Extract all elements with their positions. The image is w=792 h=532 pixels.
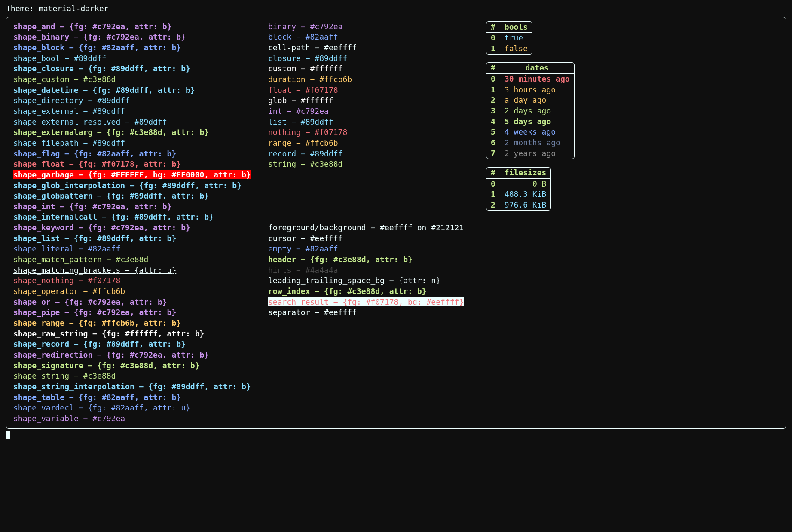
color-entry: shape_flag − {fg: #82aaff, attr: b} — [13, 149, 254, 159]
table-cell: a day ago — [500, 95, 574, 106]
color-entry: foreground/background − #eeffff on #2121… — [268, 223, 472, 233]
color-entry: shape_nothing − #f07178 — [13, 275, 254, 286]
table-cell: 5 days ago — [500, 116, 574, 127]
color-entry: block − #82aaff — [268, 32, 472, 43]
color-entry: cursor − #eeffff — [268, 233, 472, 244]
table-cell: 976.6 KiB — [500, 200, 550, 211]
color-entry: shape_or − {fg: #c792ea, attr: b} — [13, 297, 254, 308]
color-entry: shape_external_resolved − #89ddff — [13, 117, 254, 128]
color-entry: float − #f07178 — [268, 85, 472, 96]
color-entry: shape_operator − #ffcb6b — [13, 286, 254, 297]
color-entry: empty − #82aaff — [268, 244, 472, 254]
color-entry: closure − #89ddff — [268, 53, 472, 64]
color-entry: glob − #ffffff — [268, 95, 472, 106]
color-entry: shape_externalarg − {fg: #c3e88d, attr: … — [13, 127, 254, 138]
theme-name: material-darker — [39, 4, 109, 13]
color-entry: binary − #c792ea — [268, 21, 472, 32]
theme-header: Theme: material-darker — [6, 3, 786, 14]
color-entry: shape_closure − {fg: #89ddff, attr: b} — [13, 64, 254, 74]
data-table: #filesizes00 B1488.3 KiB2976.6 KiB — [486, 167, 551, 211]
color-entry: shape_int − {fg: #c792ea, attr: b} — [13, 202, 254, 212]
data-table: #bools0true1false — [486, 21, 532, 55]
color-entry: shape_string_interpolation − {fg: #89ddf… — [13, 382, 254, 392]
table-cell: 3 hours ago — [500, 85, 574, 95]
color-entry: separator − #eeffff — [268, 307, 472, 318]
data-table: #dates030 minutes ago13 hours ago2a day … — [486, 62, 575, 159]
color-entry: shape_block − {fg: #82aaff, attr: b} — [13, 43, 254, 53]
color-entry: shape_filepath − #89ddff — [13, 138, 254, 149]
color-entry: shape_match_pattern − #c3e88d — [13, 254, 254, 265]
table-cell: 0 B — [500, 178, 550, 189]
color-entry: hints − #4a4a4a — [268, 265, 472, 276]
color-entry: shape_datetime − {fg: #89ddff, attr: b} — [13, 85, 254, 96]
color-entry: shape_keyword − {fg: #c792ea, attr: b} — [13, 223, 254, 233]
color-entry: shape_internalcall − {fg: #89ddff, attr:… — [13, 212, 254, 223]
color-entry: shape_variable − #c792ea — [13, 413, 254, 424]
table-cell: 488.3 KiB — [500, 189, 550, 200]
color-entry: shape_and − {fg: #c792ea, attr: b} — [13, 21, 254, 32]
table-cell: false — [500, 43, 532, 54]
color-entry: shape_matching_brackets − {attr: u} — [13, 265, 254, 276]
color-entry: string − #c3e88d — [268, 159, 472, 170]
table-cell: 2 months ago — [500, 138, 574, 148]
color-entry: leading_trailing_space_bg − {attr: n} — [268, 275, 472, 286]
table-cell: true — [500, 33, 532, 43]
color-entry: custom − #ffffff — [268, 64, 472, 74]
color-entry: shape_literal − #82aaff — [13, 244, 254, 254]
color-entry: record − #89ddff — [268, 149, 472, 159]
color-entry: range − #ffcb6b — [268, 138, 472, 149]
color-entry: shape_globpattern − {fg: #89ddff, attr: … — [13, 191, 254, 202]
color-entry: shape_pipe − {fg: #c792ea, attr: b} — [13, 307, 254, 318]
color-entry: shape_range − {fg: #ffcb6b, attr: b} — [13, 318, 254, 329]
color-entry: shape_directory − #89ddff — [13, 95, 254, 106]
color-entry: shape_table − {fg: #82aaff, attr: b} — [13, 392, 254, 403]
table-cell: 30 minutes ago — [500, 73, 574, 84]
color-entry: shape_float − {fg: #f07178, attr: b} — [13, 159, 254, 170]
color-entry: nothing − #f07178 — [268, 127, 472, 138]
color-entry: shape_signature − {fg: #c3e88d, attr: b} — [13, 361, 254, 371]
color-entry: shape_raw_string − {fg: #ffffff, attr: b… — [13, 329, 254, 339]
color-entry: cell-path − #eeffff — [268, 43, 472, 53]
shapes-column: shape_and − {fg: #c792ea, attr: b}shape_… — [6, 21, 261, 424]
color-entry: shape_list − {fg: #89ddff, attr: b} — [13, 233, 254, 244]
color-entry: shape_vardecl − {fg: #82aaff, attr: u} — [13, 403, 254, 413]
color-entry: shape_record − {fg: #89ddff, attr: b} — [13, 339, 254, 350]
right-column: #bools0true1false #dates030 minutes ago1… — [479, 21, 786, 424]
color-entry: shape_binary − {fg: #c792ea, attr: b} — [13, 32, 254, 43]
color-entry: shape_glob_interpolation − {fg: #89ddff,… — [13, 180, 254, 191]
color-entry: search_result − {fg: #f07178, bg: #eefff… — [268, 297, 472, 308]
color-entry: int − #c792ea — [268, 106, 472, 117]
color-entry: list − #89ddff — [268, 117, 472, 128]
color-entry: shape_garbage − {fg: #FFFFFF, bg: #FF000… — [13, 170, 254, 180]
color-entry: shape_bool − #89ddff — [13, 53, 254, 64]
theme-panel: shape_and − {fg: #c792ea, attr: b}shape_… — [6, 17, 786, 429]
table-cell: 2 years ago — [500, 148, 574, 159]
color-entry: shape_external − #89ddff — [13, 106, 254, 117]
theme-label: Theme: — [6, 4, 34, 13]
color-entry: row_index − {fg: #c3e88d, attr: b} — [268, 286, 472, 297]
color-entry: shape_string − #c3e88d — [13, 371, 254, 382]
table-cell: 4 weeks ago — [500, 127, 574, 138]
prompt-cursor[interactable] — [6, 431, 10, 439]
color-entry: duration − #ffcb6b — [268, 74, 472, 85]
color-entry: header − {fg: #c3e88d, attr: b} — [268, 254, 472, 265]
color-entry: shape_custom − #c3e88d — [13, 74, 254, 85]
table-cell: 2 days ago — [500, 106, 574, 116]
mid-column: binary − #c792eablock − #82aaffcell-path… — [261, 21, 479, 424]
color-entry: shape_redirection − {fg: #c792ea, attr: … — [13, 350, 254, 361]
